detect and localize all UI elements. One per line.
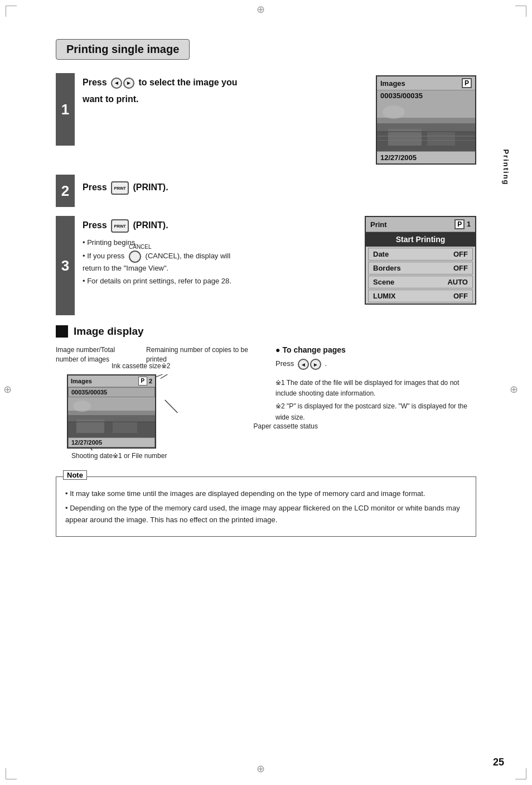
- step3-print-button: [111, 219, 129, 233]
- corner-mark-br: [515, 768, 526, 779]
- step1-want: want to print.: [83, 94, 138, 104]
- step1-left-btn: ◄: [111, 78, 122, 89]
- crosshair-bottom: [262, 768, 270, 777]
- lcd-row-scene-value: AUTO: [447, 278, 468, 286]
- change-pages-period: .: [325, 359, 327, 368]
- lcd-print-title: Print: [370, 220, 387, 229]
- svg-rect-8: [377, 136, 475, 137]
- lcd-row-scene: Scene AUTO: [368, 276, 473, 288]
- lcd-row-borders: Borders OFF: [368, 262, 473, 274]
- lcd-small-display: Images P 2 00035/00035: [67, 374, 257, 460]
- step1-before: Press: [83, 78, 107, 87]
- lcd-small-date: 12/27/2005: [68, 437, 155, 447]
- image-display-title: Image display: [56, 325, 476, 338]
- lcd-print-header: Print P 1: [366, 217, 475, 232]
- top-labels: Image number/Total number of images Rema…: [56, 345, 257, 364]
- step-1-instruction-2: want to print.: [83, 93, 237, 105]
- step1-lr-button: ◄ ►: [111, 78, 134, 89]
- label-shooting-date: Shooting date※1 or File number: [67, 452, 257, 460]
- step2-print-button: [111, 181, 129, 195]
- lcd-step1-file: 00035/00035: [377, 90, 475, 101]
- step3-bullet-2: • If you press CANCEL (CANCEL), the disp…: [83, 251, 298, 274]
- step3-before: Press: [83, 220, 107, 230]
- svg-point-18: [73, 401, 91, 412]
- step1-after: to select the image you: [139, 78, 238, 87]
- lcd-row-lumix: LUMIX OFF: [368, 290, 473, 302]
- lcd-print-p-icon: P: [454, 219, 465, 229]
- image-display-body: Image number/Total number of images Rema…: [56, 345, 476, 460]
- label-paper-cassette: Paper cassette status: [254, 422, 318, 431]
- image-display-right: To change pages Press ◄ ► . ※1 The date …: [270, 345, 476, 460]
- label-image-number: Image number/Total number of images: [56, 345, 135, 364]
- lcd-start-printing: Start Printing: [366, 232, 475, 247]
- svg-rect-9: [377, 140, 475, 141]
- section-title: Printing single image: [66, 43, 179, 55]
- footnote-1: ※1 The date of the file will be displaye…: [275, 378, 476, 399]
- change-pages-desc: Press ◄ ► .: [275, 359, 476, 370]
- step-2-content: Press (PRINT).: [75, 175, 168, 207]
- crosshair-right: [515, 388, 524, 397]
- step3-after: (PRINT).: [133, 220, 168, 230]
- cancel-label: CANCEL: [129, 243, 152, 251]
- note-item-1: It may take some time until the images a…: [65, 488, 467, 500]
- corner-mark-tr: [515, 6, 526, 17]
- lcd-small-header: Images P 2: [68, 375, 155, 387]
- image-display-icon: [56, 325, 68, 338]
- step-2-number: 2: [56, 175, 75, 207]
- lcd-small: Images P 2 00035/00035: [67, 374, 156, 449]
- corner-mark-bl: [6, 768, 17, 779]
- image-display-section: Image display Image number/Total number …: [56, 325, 476, 460]
- corner-mark-tl: [6, 6, 17, 17]
- lcd-small-p: P: [138, 377, 147, 386]
- lcd-small-image: [68, 397, 155, 437]
- note-dots: · · · · · · · · · · · · · · · · · · · · …: [84, 474, 470, 476]
- page-number: 25: [493, 757, 504, 768]
- lcd-row-date-label: Date: [373, 250, 389, 258]
- step-3-content: Press (PRINT). • Printing begins. • If y…: [75, 216, 298, 315]
- lcd-step1-header: Images P: [377, 76, 475, 90]
- side-label: Printing: [502, 149, 510, 185]
- step-3-lcd: Print P 1 Start Printing Date OFF: [365, 216, 476, 315]
- step-3-row: 3 Press (PRINT). • Printing begins. • If…: [56, 216, 476, 315]
- step-1-instruction: Press ◄ ► to select the image you: [83, 76, 237, 89]
- lcd-row-date-value: OFF: [453, 250, 468, 258]
- crosshair-left: [8, 388, 17, 397]
- lcd-row-lumix-value: OFF: [453, 292, 468, 300]
- step-1-row: 1 Press ◄ ► to select the image you want…: [56, 73, 476, 165]
- lcd-step1-display: Images P 00035/00035: [376, 75, 476, 165]
- step-2-instruction: Press (PRINT).: [83, 181, 168, 195]
- lcd-print-num: 1: [467, 220, 471, 228]
- step-1-number-block: 1: [56, 73, 75, 165]
- step1-right-btn: ►: [123, 78, 134, 89]
- lcd-small-num: 2: [149, 378, 152, 384]
- lcd-row-date: Date OFF: [368, 248, 473, 261]
- svg-point-3: [383, 105, 405, 119]
- section-title-box: Printing single image: [56, 39, 190, 60]
- change-pages-right-btn: ►: [310, 359, 321, 370]
- lcd-row-lumix-label: LUMIX: [373, 292, 395, 300]
- step3-bullet-3: • For details on print settings, refer t…: [83, 276, 298, 287]
- step2-before: Press: [83, 182, 107, 192]
- step-2-row: 2 Press (PRINT).: [56, 175, 476, 207]
- step-3-number: 3: [56, 216, 75, 315]
- lcd-step1-image: [377, 101, 475, 151]
- svg-rect-21: [113, 417, 137, 433]
- crosshair-top: [262, 8, 270, 17]
- page: Printing Printing single image 1 Press ◄: [0, 0, 532, 785]
- label-ink-cassette: Ink cassette size※2: [112, 362, 170, 370]
- diagram-wrapper: Ink cassette size※2: [67, 374, 257, 460]
- lcd-row-borders-label: Borders: [373, 264, 401, 272]
- change-pages-press: Press: [275, 359, 296, 368]
- image-display-left: Image number/Total number of images Rema…: [56, 345, 257, 460]
- change-pages-left-btn: ◄: [298, 359, 309, 370]
- lcd-small-file: 00035/00035: [68, 387, 155, 397]
- footnotes: ※1 The date of the file will be displaye…: [275, 378, 476, 423]
- lcd-print-settings-display: Print P 1 Start Printing Date OFF: [365, 216, 476, 305]
- step3-bullet-1: • Printing begins.: [83, 237, 298, 248]
- note-box: Note · · · · · · · · · · · · · · · · · ·…: [56, 476, 476, 537]
- step2-after: (PRINT).: [133, 182, 168, 192]
- step-3-bullets: • Printing begins. • If you press CANCEL…: [83, 237, 298, 287]
- cancel-button: [129, 251, 141, 263]
- footnote-2: ※2 "P" is displayed for the postcard siz…: [275, 401, 476, 422]
- lcd-row-borders-value: OFF: [453, 264, 468, 272]
